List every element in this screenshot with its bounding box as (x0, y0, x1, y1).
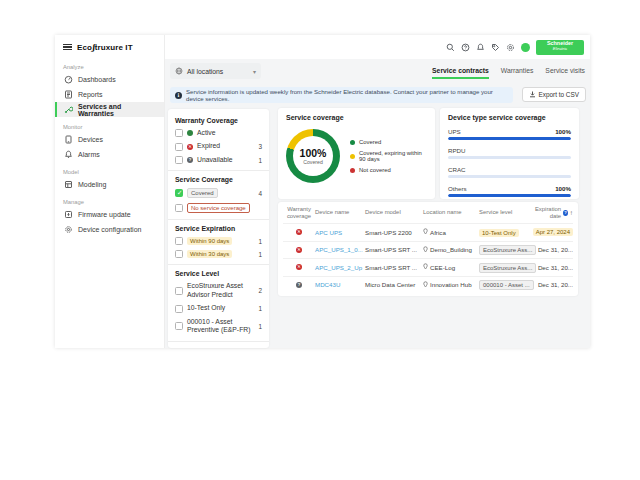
checkbox-no-service-coverage[interactable] (175, 204, 183, 212)
sidebar-item-devices[interactable]: Devices (55, 132, 164, 147)
location-pin-icon (423, 228, 428, 236)
location-filter-dropdown[interactable]: All locations ▾ (170, 63, 261, 79)
user-avatar[interactable] (521, 43, 530, 52)
sidebar-item-reports[interactable]: Reports (55, 87, 164, 102)
device-name-link[interactable]: APC UPS (315, 229, 365, 236)
sidebar-item-alarms[interactable]: Alarms (55, 147, 164, 162)
search-icon[interactable] (446, 43, 455, 52)
table-row[interactable]: MDC43U Micro Data Center Innovation Hub … (283, 276, 573, 294)
checkbox-asset-preventive[interactable] (175, 322, 183, 330)
export-csv-button[interactable]: Export to CSV (522, 87, 587, 102)
info-icon (175, 92, 182, 99)
filter-option-within-90-days: Within 90 days 1 (175, 237, 262, 245)
hamburger-menu-icon[interactable] (63, 44, 72, 51)
table-header: Warranty coverage Device name Device mod… (283, 202, 573, 223)
sidebar: Ecoʃtruxure IT Analyze Dashboards Report… (55, 35, 165, 348)
filter-section-title: Service Level (175, 270, 262, 277)
filter-option-active: Active (175, 129, 262, 137)
filter-option-asset-advisor: EcoStruxure Asset Advisor Predict 2 (175, 282, 262, 299)
checkbox-within-30-days[interactable] (175, 250, 183, 258)
modeling-icon (64, 180, 73, 190)
device-name-link[interactable]: MDC43U (315, 281, 365, 288)
filter-option-covered: Covered 4 (175, 188, 262, 198)
coverage-bar-others: Others100% (448, 185, 571, 197)
warranty-expired-icon (296, 264, 302, 270)
app-window: Ecoʃtruxure IT Analyze Dashboards Report… (55, 35, 590, 348)
see-all-link[interactable]: See all (242, 347, 262, 348)
table-row[interactable]: APC_UPS_2_Up Smart-UPS SRT ... CEE-Log E… (283, 258, 573, 276)
filter-option-10-test-only: 10-Test Only 1 (175, 304, 262, 312)
filter-section-device-type: Device Type See all (175, 347, 262, 348)
help-icon[interactable] (461, 43, 470, 52)
sidebar-section-manage: Manage (55, 192, 164, 207)
tab-service-contracts[interactable]: Service contracts (432, 67, 489, 79)
coverage-bar-rpdu: RPDU (448, 147, 571, 159)
chevron-down-icon: ▾ (253, 68, 256, 75)
location-pin-icon (423, 246, 428, 254)
column-info-icon[interactable] (563, 210, 568, 216)
filter-section-title: Service Expiration (175, 225, 262, 232)
warranty-expired-icon (296, 229, 302, 235)
filter-option-unavailable: Unavailable 1 (175, 156, 262, 164)
topbar: Schneider Electric (165, 35, 590, 59)
unavailable-status-icon (187, 157, 193, 163)
tab-service-visits[interactable]: Service visits (545, 67, 585, 79)
tab-warranties[interactable]: Warranties (501, 67, 534, 79)
checkbox-asset-advisor[interactable] (175, 287, 183, 295)
warranty-expired-icon (296, 247, 302, 253)
active-status-icon (187, 130, 193, 136)
filter-option-within-30-days: Within 30 days 1 (175, 250, 262, 258)
schneider-electric-logo[interactable]: Schneider Electric (536, 40, 584, 55)
filter-option-expired: Expired 3 (175, 142, 262, 150)
sidebar-item-firmware-update[interactable]: Firmware update (55, 207, 164, 222)
checkbox-covered[interactable] (175, 189, 183, 197)
download-icon (529, 91, 536, 99)
donut-center-label: Covered (303, 159, 323, 165)
checkbox-within-90-days[interactable] (175, 237, 183, 245)
filter-section-title: Service Coverage (175, 176, 262, 183)
legend-item: Not covered (350, 167, 427, 173)
device-name-link[interactable]: APC_UPS_1_0... (315, 246, 365, 253)
service-coverage-donut: 100% Covered (286, 129, 340, 183)
firmware-update-icon (64, 210, 73, 220)
device-name-link[interactable]: APC_UPS_2_Up (315, 264, 365, 271)
donut-legend: Covered Covered, expiring within 90 days… (350, 139, 427, 173)
checkbox-10-test-only[interactable] (175, 305, 183, 313)
bell-icon (64, 150, 73, 160)
warranty-unavailable-icon (296, 282, 302, 288)
gear-icon (64, 225, 73, 235)
main-content: All locations ▾ Service contracts Warran… (165, 59, 590, 348)
sidebar-item-dashboards[interactable]: Dashboards (55, 72, 164, 87)
coverage-bar-crac: CRAC (448, 166, 571, 178)
checkbox-active[interactable] (175, 129, 183, 137)
filter-option-no-service-coverage: No service coverage (175, 203, 262, 213)
donut-center-value: 100% (300, 147, 327, 159)
column-expiration-date: Expiration date ↑ (531, 206, 573, 220)
sidebar-item-services-and-warranties[interactable]: Services and Warranties (55, 102, 164, 117)
sidebar-item-modeling[interactable]: Modeling (55, 177, 164, 192)
card-title: Service coverage (286, 114, 427, 121)
service-coverage-card: Service coverage 100% Covered Covered Co… (278, 108, 435, 199)
devices-table: Warranty coverage Device name Device mod… (278, 202, 578, 296)
sidebar-section-analyze: Analyze (55, 57, 164, 72)
coverage-bar-ups: UPS100% (448, 128, 571, 140)
app-logo: Ecoʃtruxure IT (55, 35, 164, 57)
info-banner: Service information is updated weekly fr… (170, 87, 513, 103)
settings-gear-icon[interactable] (506, 43, 515, 52)
services-icon (64, 105, 73, 115)
notifications-icon[interactable] (476, 43, 485, 52)
feedback-tag-icon[interactable] (491, 43, 500, 52)
tab-bar: Service contracts Warranties Service vis… (432, 67, 585, 79)
checkbox-unavailable[interactable] (175, 156, 183, 164)
page: Ecoʃtruxure IT Analyze Dashboards Report… (0, 0, 640, 480)
checkbox-expired[interactable] (175, 143, 183, 151)
report-icon (64, 90, 73, 100)
table-row[interactable]: APC_UPS_1_0... Smart-UPS SRT ... Demo_Bu… (283, 241, 573, 259)
location-pin-icon (423, 263, 428, 271)
sidebar-item-device-configuration[interactable]: Device configuration (55, 222, 164, 237)
sort-ascending-icon[interactable]: ↑ (570, 209, 573, 216)
device-type-coverage-card: Device type service coverage UPS100% RPD… (440, 108, 579, 199)
filter-section-title: Warranty Coverage (175, 117, 262, 124)
table-row[interactable]: APC UPS Smart-UPS 2200 Africa 10-Test On… (283, 223, 573, 241)
location-pin-icon (423, 281, 428, 289)
